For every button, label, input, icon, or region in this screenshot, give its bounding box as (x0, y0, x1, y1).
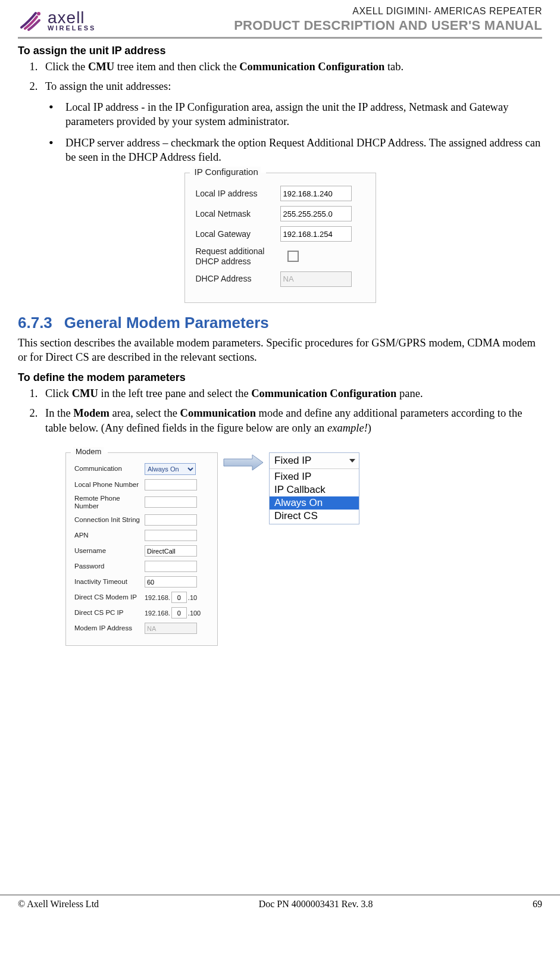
apn-field[interactable] (145, 530, 197, 541)
modem-legend: Modem (73, 447, 104, 456)
list-item: In the Modem area, select the Communicat… (40, 406, 542, 436)
ip-assign-steps: Click the CMU tree item and then click t… (18, 60, 542, 164)
section-title-modem-define: To define the modem parameters (18, 371, 542, 384)
direct-cs-modem-octet-field[interactable] (171, 592, 187, 603)
request-dhcp-label: Request additional DHCP address (196, 246, 272, 267)
direct-cs-pc-octet-field[interactable] (171, 607, 187, 618)
header-doc-subtitle: PRODUCT DESCRIPTION AND USER'S MANUAL (234, 18, 542, 33)
communication-select[interactable]: Always On (145, 463, 196, 475)
remote-phone-field[interactable] (145, 496, 197, 508)
svg-point-0 (37, 12, 40, 15)
paragraph-modem-intro: This section describes the available mod… (18, 336, 542, 364)
remote-phone-label: Remote Phone Number (74, 495, 141, 510)
logo-mark-icon (18, 7, 44, 33)
local-phone-field[interactable] (145, 479, 197, 490)
footer-copyright: © Axell Wireless Ltd (18, 899, 99, 910)
section-title-ip-assign: To assign the unit IP address (18, 45, 542, 57)
modem-ip-address-field (145, 623, 197, 634)
dropdown-option-list: Fixed IP IP Callback Always On Direct CS (270, 469, 359, 524)
arrow-icon (223, 454, 264, 471)
modem-panel: Modem Communication Always On Local Phon… (65, 452, 218, 646)
password-field[interactable] (145, 561, 197, 572)
dhcp-address-field (280, 271, 352, 287)
dropdown-option[interactable]: Fixed IP (270, 470, 359, 483)
local-gateway-field[interactable] (280, 226, 352, 242)
username-field[interactable] (145, 545, 197, 557)
local-netmask-field[interactable] (280, 206, 352, 221)
company-logo: axell WIRELESS (18, 7, 96, 33)
list-item: Click the CMU tree item and then click t… (40, 60, 542, 74)
inactivity-timeout-field[interactable] (145, 576, 197, 588)
ip-config-legend: IP Configuration (192, 167, 261, 177)
modem-ip-address-label: Modem IP Address (74, 624, 141, 632)
header-doc-title: AXELL DIGIMINI- AMERICAS REPEATER (234, 6, 542, 17)
username-label: Username (74, 547, 141, 555)
connection-init-label: Connection Init String (74, 516, 141, 524)
communication-label: Communication (74, 465, 141, 473)
request-dhcp-checkbox[interactable] (287, 251, 299, 262)
password-label: Password (74, 563, 141, 570)
chevron-down-icon (349, 459, 355, 463)
ip-configuration-panel: IP Configuration Local IP address Local … (184, 173, 376, 303)
list-item: DHCP server address – checkmark the opti… (49, 136, 542, 164)
modem-define-steps: Click CMU in the left tree pane and sele… (18, 386, 542, 436)
page-header: axell WIRELESS AXELL DIGIMINI- AMERICAS … (18, 6, 542, 39)
local-netmask-label: Local Netmask (196, 209, 272, 219)
communication-dropdown-expanded: Fixed IP Fixed IP IP Callback Always On … (269, 452, 359, 524)
direct-cs-modem-ip-label: Direct CS Modem IP (74, 593, 141, 601)
dropdown-option[interactable]: Direct CS (270, 510, 359, 523)
logo-brand-top: axell (48, 10, 96, 26)
inactivity-timeout-label: Inactivity Timeout (74, 578, 141, 586)
local-phone-label: Local Phone Number (74, 481, 141, 489)
local-ip-field[interactable] (280, 186, 352, 201)
list-item: Click CMU in the left tree pane and sele… (40, 386, 542, 401)
footer-docnum: Doc PN 4000003431 Rev. 3.8 (259, 899, 373, 910)
dhcp-address-label: DHCP Address (196, 274, 272, 284)
dropdown-option[interactable]: Always On (270, 496, 359, 510)
footer-pagenum: 69 (533, 899, 542, 910)
apn-label: APN (74, 532, 141, 539)
list-item: Local IP address - in the IP Configurati… (49, 100, 542, 129)
page-footer: © Axell Wireless Ltd Doc PN 4000003431 R… (0, 895, 560, 917)
local-gateway-label: Local Gateway (196, 229, 272, 239)
list-item: To assign the unit addresses: Local IP a… (40, 79, 542, 164)
dropdown-selected-header[interactable]: Fixed IP (270, 453, 359, 469)
dropdown-option[interactable]: IP Callback (270, 483, 359, 496)
heading-general-modem-parameters: 6.7.3General Modem Parameters (18, 314, 542, 332)
connection-init-field[interactable] (145, 514, 197, 526)
direct-cs-pc-ip-label: Direct CS PC IP (74, 609, 141, 617)
local-ip-label: Local IP address (196, 189, 272, 199)
logo-brand-bottom: WIRELESS (48, 24, 96, 32)
